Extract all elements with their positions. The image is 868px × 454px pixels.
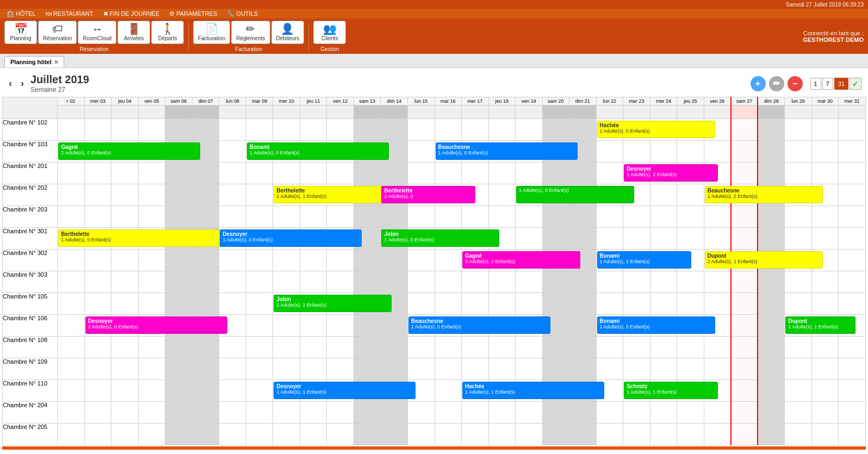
cell-106-25[interactable]: [731, 315, 758, 337]
cell-203-2[interactable]: [111, 206, 139, 228]
cell-105-1[interactable]: [84, 293, 111, 315]
reservation-106-Desnoyer[interactable]: Desnoyer2 Adulte(s), 0 Enfant(s): [85, 316, 227, 334]
cell-203-25[interactable]: [731, 206, 758, 228]
cell-105-24[interactable]: [704, 293, 731, 315]
cell-102-18[interactable]: [542, 119, 569, 141]
cell-109-16[interactable]: [488, 358, 516, 380]
cell-303-23[interactable]: [677, 271, 704, 293]
reservation-110-Schmitz[interactable]: Schmitz1 Adulte(s), 1 Enfant(s): [624, 382, 718, 399]
cell-102-13[interactable]: [408, 119, 435, 141]
cell-103-0[interactable]: Gagné2 Adulte(s), 0 Enfant(s): [58, 141, 85, 163]
cell-205-24[interactable]: [704, 424, 731, 445]
cell-302-1[interactable]: [84, 250, 111, 271]
cell-102-0[interactable]: [58, 119, 85, 141]
cell-205-28[interactable]: [811, 424, 839, 445]
menu-outils[interactable]: 🔧 OUTILS: [222, 9, 262, 18]
cell-204-21[interactable]: [623, 402, 650, 424]
cell-108-21[interactable]: [623, 337, 650, 358]
cell-204-14[interactable]: [435, 402, 462, 424]
reservation-110-Hachée[interactable]: Hachée1 Adulte(s), 1 Enfant(s): [462, 382, 604, 399]
cell-302-3[interactable]: [138, 250, 165, 271]
cell-205-16[interactable]: [488, 424, 516, 445]
cell-105-21[interactable]: [623, 293, 650, 315]
cell-205-21[interactable]: [623, 424, 650, 445]
add-button[interactable]: +: [751, 76, 766, 91]
cell-303-10[interactable]: [327, 271, 354, 293]
cell-204-11[interactable]: [354, 402, 381, 424]
cell-102-7[interactable]: [246, 119, 273, 141]
view-7-button[interactable]: 7: [822, 78, 833, 90]
cell-303-4[interactable]: [165, 271, 193, 293]
cell-201-1[interactable]: [84, 163, 111, 184]
cell-106-7[interactable]: [246, 315, 273, 337]
cell-203-3[interactable]: [138, 206, 165, 228]
cell-102-6[interactable]: [219, 119, 246, 141]
cell-205-23[interactable]: [677, 424, 704, 445]
cell-205-27[interactable]: [785, 424, 812, 445]
cell-202-23[interactable]: [677, 184, 704, 206]
cell-204-7[interactable]: [246, 402, 273, 424]
cell-303-2[interactable]: [111, 271, 139, 293]
cell-103-6[interactable]: [219, 141, 246, 163]
cell-105-20[interactable]: [596, 293, 623, 315]
cell-204-9[interactable]: [300, 402, 327, 424]
cell-102-2[interactable]: [111, 119, 139, 141]
cell-201-27[interactable]: [785, 163, 812, 184]
cell-109-14[interactable]: [435, 358, 462, 380]
cell-303-28[interactable]: [811, 271, 839, 293]
cell-203-29[interactable]: [839, 206, 866, 228]
cell-105-0[interactable]: [58, 293, 85, 315]
cell-108-26[interactable]: [758, 337, 785, 358]
cell-303-1[interactable]: [84, 271, 111, 293]
cell-103-7[interactable]: Bonami1 Adulte(s), 0 Enfant(s): [246, 141, 273, 163]
cell-102-20[interactable]: Hachée1 Adulte(s), 0 Enfant(s): [596, 119, 623, 141]
cell-202-17[interactable]: 1 Adulte(s), 0 Enfant(s): [516, 184, 543, 206]
cell-301-21[interactable]: [623, 228, 650, 250]
cell-204-18[interactable]: [542, 402, 569, 424]
cell-203-19[interactable]: [569, 206, 597, 228]
cell-103-24[interactable]: [704, 141, 731, 163]
cell-110-21[interactable]: Schmitz1 Adulte(s), 1 Enfant(s): [623, 380, 650, 402]
cell-109-3[interactable]: [138, 358, 165, 380]
cell-302-24[interactable]: Dupont2 Adulte(s), 1 Enfant(s): [704, 250, 731, 271]
cell-201-8[interactable]: [273, 163, 300, 184]
cell-204-5[interactable]: [192, 402, 219, 424]
reservation-301-Jobin[interactable]: Jobin1 Adulte(s), 0 Enfant(s): [381, 229, 499, 247]
cell-110-5[interactable]: [192, 380, 219, 402]
cell-202-4[interactable]: [165, 184, 193, 206]
menu-restaurant[interactable]: 🍽 RESTAURANT: [41, 9, 98, 18]
cell-102-15[interactable]: [462, 119, 489, 141]
cell-203-17[interactable]: [516, 206, 543, 228]
cell-203-4[interactable]: [165, 206, 193, 228]
cell-203-0[interactable]: [58, 206, 85, 228]
reservation-106-Bonami[interactable]: Bonami1 Adulte(s), 0 Enfant(s): [597, 316, 715, 334]
reservation-301-Desnoyer[interactable]: Desnoyer1 Adulte(s), 0 Enfant(s): [220, 229, 362, 247]
cell-303-17[interactable]: [516, 271, 543, 293]
cell-102-8[interactable]: [273, 119, 300, 141]
cell-103-14[interactable]: Beauchesne1 Adulte(s), 0 Enfant(s): [435, 141, 462, 163]
cell-203-22[interactable]: [650, 206, 677, 228]
cell-109-25[interactable]: [731, 358, 758, 380]
cell-102-14[interactable]: [435, 119, 462, 141]
cell-102-9[interactable]: [300, 119, 327, 141]
cell-109-28[interactable]: [811, 358, 839, 380]
cell-303-26[interactable]: [758, 271, 785, 293]
cell-109-23[interactable]: [677, 358, 704, 380]
departs-button[interactable]: 🚶 Départs: [151, 21, 184, 44]
cell-201-17[interactable]: [516, 163, 543, 184]
reservation-301-Berthelette[interactable]: Berthelette1 Adulte(s), 0 Enfant(s): [58, 229, 224, 247]
cell-103-26[interactable]: [758, 141, 785, 163]
cell-110-3[interactable]: [138, 380, 165, 402]
cell-106-20[interactable]: Bonami1 Adulte(s), 0 Enfant(s): [596, 315, 623, 337]
cell-202-24[interactable]: Beauchesne1 Adulte(s), 2 Enfant(s): [704, 184, 731, 206]
cell-109-29[interactable]: [839, 358, 866, 380]
cell-201-10[interactable]: [327, 163, 354, 184]
cell-108-24[interactable]: [704, 337, 731, 358]
cell-105-2[interactable]: [111, 293, 139, 315]
cell-105-22[interactable]: [650, 293, 677, 315]
cell-203-26[interactable]: [758, 206, 785, 228]
cell-109-2[interactable]: [111, 358, 139, 380]
cell-303-5[interactable]: [192, 271, 219, 293]
cell-204-12[interactable]: [381, 402, 408, 424]
cell-201-19[interactable]: [569, 163, 597, 184]
